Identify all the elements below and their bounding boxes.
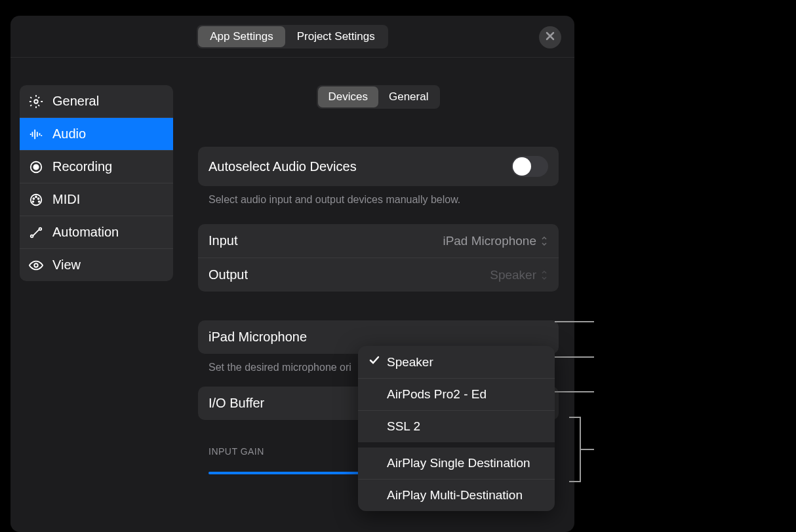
autoselect-toggle[interactable] (511, 156, 548, 177)
svg-point-4 (33, 198, 34, 199)
dropdown-item-speaker[interactable]: Speaker (358, 346, 555, 379)
dropdown-item-label: SSL 2 (387, 419, 420, 434)
sidebar-item-midi[interactable]: MIDI (20, 183, 173, 216)
dropdown-divider (358, 442, 555, 447)
chevron-up-down-icon (540, 269, 548, 281)
output-dropdown: Speaker AirPods Pro2 - Ed SSL 2 (358, 346, 555, 511)
callout-line (555, 391, 594, 392)
input-row[interactable]: Input iPad Microphone (198, 224, 559, 258)
gear-icon (29, 94, 43, 109)
sidebar-item-automation[interactable]: Automation (20, 216, 173, 249)
settings-scope-tabs: App Settings Project Settings (197, 25, 388, 48)
dropdown-item-label: AirPlay Single Destination (387, 456, 530, 470)
settings-sidebar: General Audio Recording (10, 58, 182, 532)
input-label: Input (209, 233, 237, 248)
automation-icon (29, 225, 43, 240)
settings-modal: App Settings Project Settings General (10, 16, 574, 532)
tab-project-settings[interactable]: Project Settings (285, 26, 387, 47)
dropdown-item-airpods[interactable]: AirPods Pro2 - Ed (358, 379, 555, 411)
sidebar-item-label: Audio (52, 126, 86, 142)
dropdown-item-airplay-single[interactable]: AirPlay Single Destination (358, 447, 555, 480)
callout-line (555, 356, 594, 358)
chevron-up-down-icon (540, 235, 548, 247)
dropdown-item-ssl2[interactable]: SSL 2 (358, 411, 555, 442)
output-row[interactable]: Output Speaker (198, 258, 559, 292)
modal-header: App Settings Project Settings (10, 16, 574, 58)
tab-app-settings[interactable]: App Settings (198, 26, 285, 47)
svg-point-11 (34, 263, 38, 267)
output-value: Speaker (490, 268, 548, 282)
settings-content: Devices General Autoselect Audio Devices… (182, 58, 574, 532)
svg-point-2 (33, 164, 38, 169)
mic-label: iPad Microphone (209, 330, 307, 345)
close-button[interactable] (539, 26, 561, 48)
svg-point-0 (34, 100, 38, 104)
buffer-label: I/O Buffer (209, 396, 264, 411)
subtab-general[interactable]: General (378, 86, 439, 107)
check-icon (368, 354, 380, 370)
input-value: iPad Microphone (443, 234, 548, 248)
sidebar-item-label: Recording (52, 159, 112, 174)
svg-point-6 (35, 196, 37, 197)
svg-point-8 (39, 200, 40, 202)
sidebar-item-label: MIDI (52, 192, 80, 207)
sidebar-item-label: General (52, 94, 99, 109)
output-label: Output (209, 267, 248, 282)
callout-line (581, 449, 594, 450)
dropdown-item-label: AirPlay Multi-Destination (387, 488, 523, 503)
svg-point-5 (38, 198, 39, 199)
waveform-icon (29, 127, 43, 142)
toggle-knob (513, 157, 531, 176)
autoselect-label: Autoselect Audio Devices (209, 159, 357, 174)
dropdown-item-label: AirPods Pro2 - Ed (387, 387, 487, 402)
svg-point-9 (31, 235, 33, 237)
sidebar-item-recording[interactable]: Recording (20, 151, 173, 183)
midi-icon (29, 193, 43, 207)
callout-line (555, 321, 594, 322)
sidebar-item-view[interactable]: View (20, 249, 173, 281)
sidebar-item-label: Automation (52, 225, 119, 240)
sidebar-item-general[interactable]: General (20, 85, 173, 118)
sidebar-item-label: View (52, 257, 81, 273)
record-icon (29, 160, 43, 174)
close-icon (545, 31, 555, 44)
svg-point-7 (33, 200, 34, 202)
dropdown-item-airplay-multi[interactable]: AirPlay Multi-Destination (358, 480, 555, 511)
autoselect-row: Autoselect Audio Devices (198, 147, 559, 186)
sidebar-item-audio[interactable]: Audio (20, 118, 173, 151)
subtab-devices[interactable]: Devices (318, 86, 378, 107)
audio-sub-tabs: Devices General (317, 85, 441, 109)
eye-icon (29, 258, 43, 273)
callout-bracket (569, 417, 581, 482)
autoselect-description: Select audio input and output devices ma… (198, 194, 559, 224)
dropdown-item-label: Speaker (387, 355, 433, 370)
svg-point-10 (39, 227, 42, 230)
